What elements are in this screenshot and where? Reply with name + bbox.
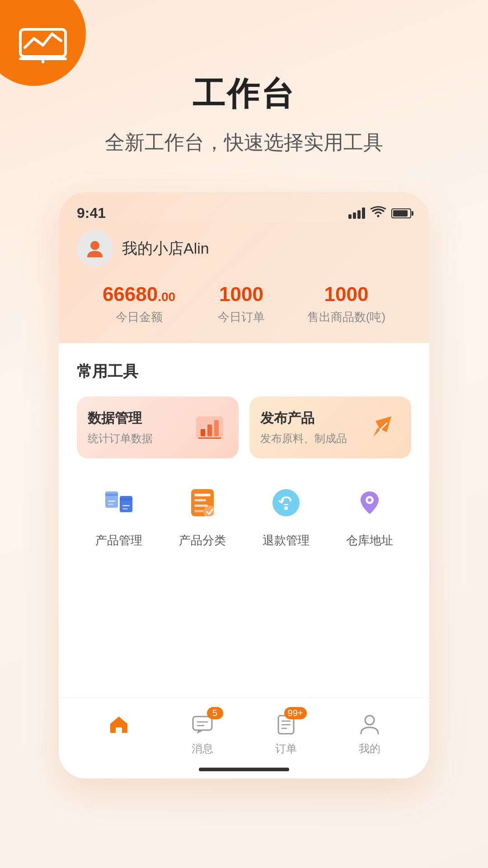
content-spacer xyxy=(59,571,429,698)
product-management-icon xyxy=(96,480,141,525)
data-management-name: 数据管理 xyxy=(88,409,153,428)
regular-tools: 产品管理 产品分类 xyxy=(77,480,411,548)
stat-daily-amount: 66680.00 今日金额 xyxy=(103,283,175,325)
battery-icon xyxy=(391,208,411,218)
stat-goods-value: 1000 xyxy=(307,283,385,306)
product-category-label: 产品分类 xyxy=(179,533,226,548)
stat-daily-orders: 1000 今日订单 xyxy=(218,283,265,325)
svg-rect-8 xyxy=(214,420,219,436)
svg-point-25 xyxy=(284,506,288,510)
svg-point-27 xyxy=(368,498,371,502)
status-bar: 9:41 xyxy=(59,192,429,222)
refund-management-item[interactable]: 退款管理 xyxy=(263,480,310,548)
svg-rect-6 xyxy=(201,429,205,436)
data-management-icon xyxy=(192,410,228,446)
product-category-icon xyxy=(180,480,225,525)
phone-mockup: 9:41 xyxy=(59,192,429,778)
svg-point-24 xyxy=(272,489,300,516)
svg-rect-14 xyxy=(108,500,115,502)
status-time: 9:41 xyxy=(77,205,106,222)
publish-product-icon xyxy=(364,410,400,446)
svg-rect-0 xyxy=(20,29,66,57)
warehouse-address-icon xyxy=(347,480,392,525)
nav-orders[interactable]: 99+ 订单 xyxy=(272,711,300,756)
wifi-icon xyxy=(371,206,386,221)
svg-rect-16 xyxy=(122,505,130,506)
stats-row: 66680.00 今日金额 1000 今日订单 1000 售出商品数(吨) xyxy=(77,283,411,325)
publish-product-card[interactable]: 发布产品 发布原料、制成品 xyxy=(249,396,411,458)
page-subtitle: 全新工作台，快速选择实用工具 xyxy=(0,129,488,156)
svg-point-4 xyxy=(90,241,99,250)
page-title: 工作台 xyxy=(0,72,488,116)
stat-orders-label: 今日订单 xyxy=(218,309,265,325)
user-name: 我的小店Alin xyxy=(122,238,209,259)
profile-icon xyxy=(356,711,383,738)
refund-management-label: 退款管理 xyxy=(263,533,310,548)
svg-point-23 xyxy=(203,505,216,518)
stat-amount-value: 66680.00 xyxy=(103,283,175,306)
nav-profile[interactable]: 我的 xyxy=(356,711,383,756)
profile-label: 我的 xyxy=(359,741,380,756)
stat-sold-goods: 1000 售出商品数(吨) xyxy=(307,283,385,325)
svg-rect-22 xyxy=(194,510,203,512)
svg-rect-7 xyxy=(207,425,212,436)
stat-amount-label: 今日金额 xyxy=(103,309,175,325)
product-management-item[interactable]: 产品管理 xyxy=(95,480,142,548)
home-indicator xyxy=(199,768,289,771)
product-management-label: 产品管理 xyxy=(95,533,142,548)
user-row: 我的小店Alin xyxy=(77,231,411,267)
svg-rect-11 xyxy=(105,494,118,496)
warehouse-address-label: 仓库地址 xyxy=(346,533,393,548)
svg-rect-28 xyxy=(193,717,212,730)
publish-product-desc: 发布原料、制成品 xyxy=(260,431,347,446)
data-management-card[interactable]: 数据管理 统计订单数据 xyxy=(77,396,239,458)
svg-rect-21 xyxy=(194,505,208,507)
orders-badge: 99+ xyxy=(284,707,307,719)
svg-rect-20 xyxy=(194,499,206,501)
featured-tools: 数据管理 统计订单数据 发布产品 发布原料、制成品 xyxy=(77,396,411,458)
product-category-item[interactable]: 产品分类 xyxy=(179,480,226,548)
user-avatar xyxy=(77,231,113,267)
svg-point-35 xyxy=(365,716,374,725)
stat-orders-value: 1000 xyxy=(218,283,265,306)
warehouse-address-item[interactable]: 仓库地址 xyxy=(346,480,393,548)
svg-rect-15 xyxy=(108,504,113,505)
svg-rect-13 xyxy=(120,498,132,500)
stat-goods-label: 售出商品数(吨) xyxy=(307,309,385,325)
refund-management-icon xyxy=(263,480,309,525)
messages-badge: 5 xyxy=(207,707,223,719)
orders-label: 订单 xyxy=(275,741,297,756)
tools-title: 常用工具 xyxy=(77,361,411,382)
nav-messages[interactable]: 5 消息 xyxy=(189,711,216,756)
svg-rect-17 xyxy=(122,508,128,509)
phone-top: 我的小店Alin 66680.00 今日金额 1000 今日订单 1000 售出… xyxy=(59,222,429,343)
messages-label: 消息 xyxy=(192,741,213,756)
data-management-desc: 统计订单数据 xyxy=(88,431,153,446)
tools-section: 常用工具 数据管理 统计订单数据 xyxy=(59,343,429,571)
publish-product-name: 发布产品 xyxy=(260,409,347,428)
nav-home[interactable] xyxy=(105,711,132,738)
home-icon xyxy=(105,711,132,738)
svg-point-3 xyxy=(377,215,380,217)
status-icons xyxy=(348,206,411,221)
svg-rect-19 xyxy=(194,494,211,496)
signal-icon xyxy=(348,208,365,219)
bottom-nav: 5 消息 99+ 订单 xyxy=(59,698,429,778)
